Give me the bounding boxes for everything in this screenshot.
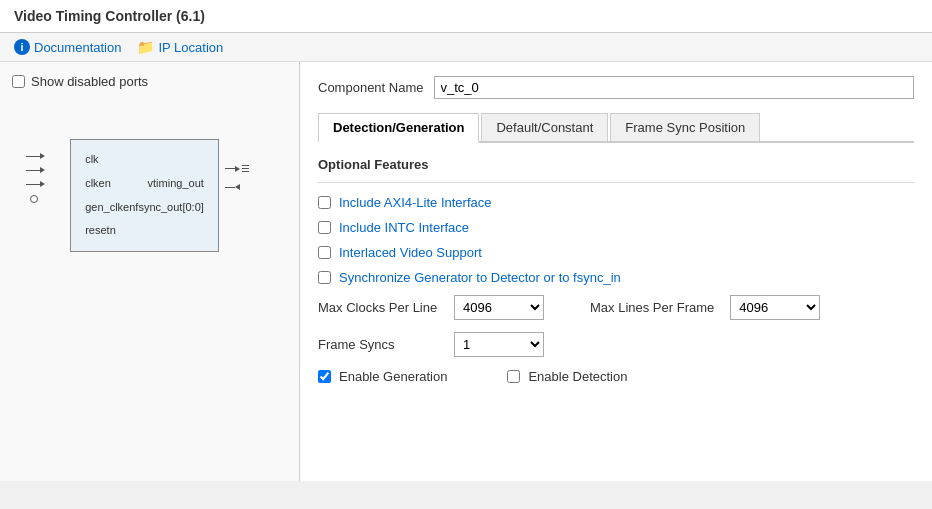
max-clocks-select[interactable]: 4096 8192 16384: [454, 295, 544, 320]
checkbox-interlaced-label: Interlaced Video Support: [339, 245, 482, 260]
max-clocks-label: Max Clocks Per Line: [318, 300, 438, 315]
port-resetn: resetn: [85, 221, 204, 241]
tab-frame-sync-position[interactable]: Frame Sync Position: [610, 113, 760, 141]
app-title: Video Timing Controller (6.1): [14, 8, 205, 24]
component-name-input[interactable]: [434, 76, 915, 99]
checkbox-interlaced[interactable]: [318, 246, 331, 259]
bottom-checkboxes: Enable Generation Enable Detection: [318, 369, 914, 384]
enable-generation-label: Enable Generation: [339, 369, 447, 384]
tab-detection-generation[interactable]: Detection/Generation: [318, 113, 479, 143]
toolbar: i Documentation 📁 IP Location: [0, 33, 932, 62]
tab-default-constant-label: Default/Constant: [496, 120, 593, 135]
title-bar: Video Timing Controller (6.1): [0, 0, 932, 33]
right-panel: Component Name Detection/Generation Defa…: [300, 62, 932, 481]
enable-generation-row: Enable Generation: [318, 369, 447, 384]
component-name-label: Component Name: [318, 80, 424, 95]
tabs-row: Detection/Generation Default/Constant Fr…: [318, 113, 914, 143]
ip-location-link[interactable]: 📁 IP Location: [137, 39, 223, 55]
enable-detection-label: Enable Detection: [528, 369, 627, 384]
tab-default-constant[interactable]: Default/Constant: [481, 113, 608, 141]
checkbox-intc-row: Include INTC Interface: [318, 220, 914, 235]
section-title: Optional Features: [318, 157, 914, 172]
main-content: Show disabled ports: [0, 62, 932, 481]
checkbox-axi4[interactable]: [318, 196, 331, 209]
checkbox-axi4-row: Include AXI4-Lite Interface: [318, 195, 914, 210]
max-lines-label: Max Lines Per Frame: [590, 300, 714, 315]
block-box: clk clken vtiming_out gen_clken fsync_ou…: [70, 139, 219, 252]
enable-detection-row: Enable Detection: [507, 369, 627, 384]
show-disabled-ports-checkbox[interactable]: [12, 75, 25, 88]
ip-location-label: IP Location: [158, 40, 223, 55]
checkbox-sync-label: Synchronize Generator to Detector or to …: [339, 270, 621, 285]
show-disabled-ports-row: Show disabled ports: [12, 74, 287, 89]
port-genclken-row: gen_clken fsync_out[0:0]: [85, 198, 204, 218]
checkbox-intc-label: Include INTC Interface: [339, 220, 469, 235]
documentation-label: Documentation: [34, 40, 121, 55]
block-inner: clk clken vtiming_out gen_clken fsync_ou…: [85, 150, 204, 241]
port-clken-row: clken vtiming_out: [85, 174, 204, 194]
checkbox-interlaced-row: Interlaced Video Support: [318, 245, 914, 260]
enable-detection-checkbox[interactable]: [507, 370, 520, 383]
port-vtiming-label: vtiming_out: [148, 174, 204, 194]
port-clken-label: clken: [85, 174, 111, 194]
show-disabled-ports-label: Show disabled ports: [31, 74, 148, 89]
tab-detection-generation-label: Detection/Generation: [333, 120, 464, 135]
checkbox-sync-row: Synchronize Generator to Detector or to …: [318, 270, 914, 285]
max-clocks-row: Max Clocks Per Line 4096 8192 16384 Max …: [318, 295, 914, 320]
frame-syncs-row: Frame Syncs 1 2 4 8: [318, 332, 914, 357]
info-icon: i: [14, 39, 30, 55]
enable-generation-checkbox[interactable]: [318, 370, 331, 383]
frame-syncs-select[interactable]: 1 2 4 8: [454, 332, 544, 357]
optional-features-section: Optional Features Include AXI4-Lite Inte…: [318, 157, 914, 285]
folder-icon: 📁: [137, 39, 154, 55]
documentation-link[interactable]: i Documentation: [14, 39, 121, 55]
section-divider: [318, 182, 914, 183]
block-diagram: clk clken vtiming_out gen_clken fsync_ou…: [12, 109, 287, 282]
port-clk: clk: [85, 150, 204, 170]
port-genclken-label: gen_clken: [85, 198, 135, 218]
frame-syncs-label: Frame Syncs: [318, 337, 438, 352]
port-fsync-label: fsync_out[0:0]: [135, 198, 204, 218]
tab-frame-sync-position-label: Frame Sync Position: [625, 120, 745, 135]
component-name-row: Component Name: [318, 76, 914, 99]
left-panel: Show disabled ports: [0, 62, 300, 481]
max-lines-select[interactable]: 4096 8192 16384: [730, 295, 820, 320]
checkbox-intc[interactable]: [318, 221, 331, 234]
checkbox-axi4-label: Include AXI4-Lite Interface: [339, 195, 491, 210]
checkbox-sync[interactable]: [318, 271, 331, 284]
